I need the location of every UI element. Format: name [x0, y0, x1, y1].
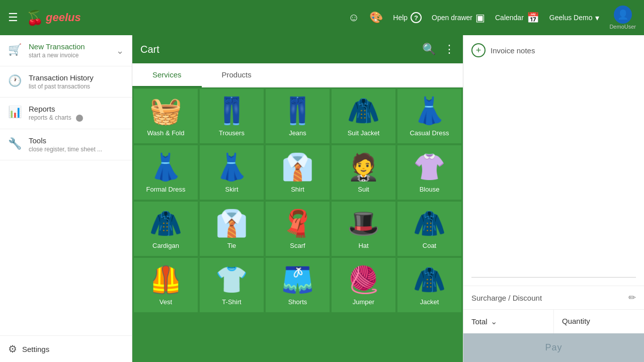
product-name-jacket: Jacket — [420, 298, 439, 306]
sidebar-item-reports-subtitle: reports & charts — [29, 114, 124, 122]
calendar-button[interactable]: Calendar 📅 — [495, 12, 539, 24]
product-card-jeans[interactable]: 👖Jeans — [265, 88, 330, 144]
search-icon[interactable]: 🔍 — [422, 43, 436, 56]
product-card-skirt[interactable]: 👗Skirt — [199, 145, 264, 200]
sidebar-item-tools-subtitle: close register, time sheet ... — [29, 146, 124, 153]
chevron-right-icon: ⌄ — [116, 45, 124, 56]
product-card-vest[interactable]: 🦺Vest — [133, 257, 198, 313]
tab-services[interactable]: Services — [132, 63, 202, 87]
open-drawer-icon: ▣ — [475, 12, 485, 24]
product-icon-shirt: 👔 — [281, 151, 314, 183]
hamburger-menu[interactable]: ☰ — [8, 11, 18, 24]
edit-surcharge-icon[interactable]: ✏ — [628, 292, 636, 303]
invoice-notes-label: Invoice notes — [491, 46, 535, 55]
cart-header: Cart 🔍 ⋮ — [132, 35, 463, 63]
product-card-jumper[interactable]: 🧶Jumper — [331, 257, 396, 313]
right-panel: + Invoice notes Surcharge / Discount ✏ T… — [463, 35, 644, 362]
user-menu-button[interactable]: Geelus Demo ▾ — [549, 13, 600, 23]
product-card-casual-dress[interactable]: 👗Casual Dress — [397, 88, 462, 144]
product-card-trousers[interactable]: 👖Trousers — [199, 88, 264, 144]
cursor-indicator — [76, 115, 83, 122]
product-name-scarf: Scarf — [290, 242, 305, 249]
logo: 🍒 geelus — [26, 10, 81, 26]
sidebar-item-transaction-history-text: Transaction History list of past transac… — [29, 73, 124, 90]
more-options-icon[interactable]: ⋮ — [444, 43, 455, 56]
product-card-scarf[interactable]: 🧣Scarf — [265, 201, 330, 256]
sidebar-item-new-transaction-text: New Transaction start a new invoice — [29, 42, 116, 59]
product-card-coat[interactable]: 🧥Coat — [397, 201, 462, 256]
product-card-hat[interactable]: 🎩Hat — [331, 201, 396, 256]
product-card-cardigan[interactable]: 🧥Cardigan — [133, 201, 198, 256]
quantity-cell: Quantity — [554, 310, 644, 333]
product-icon-skirt: 👗 — [215, 151, 248, 183]
product-icon-wash-fold: 🧺 — [149, 95, 182, 126]
products-section: 🧺Wash & Fold👖Trousers👖Jeans🧥Suit Jacket👗… — [132, 87, 463, 362]
sidebar-item-new-transaction[interactable]: 🛒 New Transaction start a new invoice ⌄ — [0, 35, 132, 66]
total-quantity-row: Total ⌄ Quantity — [463, 309, 644, 333]
product-name-wash-fold: Wash & Fold — [147, 129, 185, 137]
sidebar-item-transaction-history-title: Transaction History — [29, 73, 124, 82]
product-card-suit[interactable]: 🤵Suit — [331, 145, 396, 200]
reports-icon: 📊 — [8, 106, 22, 119]
logo-cherry-icon: 🍒 — [26, 10, 44, 26]
product-card-blouse[interactable]: 👚Blouse — [397, 145, 462, 200]
product-icon-coat: 🧥 — [413, 208, 446, 239]
user-label: Geelus Demo — [549, 14, 593, 22]
add-invoice-note-button[interactable]: + — [471, 43, 486, 57]
product-name-jumper: Jumper — [353, 298, 374, 306]
product-icon-suit-jacket: 🧥 — [347, 95, 380, 126]
product-icon-shorts: 🩳 — [281, 264, 314, 295]
product-icon-vest: 🦺 — [149, 264, 182, 295]
total-label: Total — [471, 317, 488, 326]
total-cell[interactable]: Total ⌄ — [463, 310, 554, 333]
product-card-tie[interactable]: 👔Tie — [199, 201, 264, 256]
help-label: Help — [393, 14, 408, 22]
product-name-tie: Tie — [227, 242, 236, 249]
product-icon-jumper: 🧶 — [347, 264, 380, 295]
product-card-formal-dress[interactable]: 👗Formal Dress — [133, 145, 198, 200]
sidebar-item-new-transaction-title: New Transaction — [29, 42, 116, 51]
sidebar-item-settings[interactable]: ⚙ Settings — [0, 335, 132, 362]
product-card-t-shirt[interactable]: 👕T-Shirt — [199, 257, 264, 313]
open-drawer-button[interactable]: Open drawer ▣ — [432, 12, 485, 24]
sidebar-item-reports[interactable]: 📊 Reports reports & charts — [0, 98, 132, 129]
tab-bar: Services Products — [132, 63, 463, 87]
product-icon-tie: 👔 — [215, 208, 248, 239]
content-area: Cart 🔍 ⋮ Services Products 🧺Wash & Fold👖… — [132, 35, 463, 362]
sidebar-item-reports-text: Reports reports & charts — [29, 105, 124, 122]
invoice-notes-input[interactable] — [471, 61, 636, 278]
product-card-suit-jacket[interactable]: 🧥Suit Jacket — [331, 88, 396, 144]
invoice-notes-header: + Invoice notes — [471, 43, 636, 57]
product-icon-formal-dress: 👗 — [149, 151, 182, 183]
topbar: ☰ 🍒 geelus ☺ 🎨 Help ? Open drawer ▣ Cale… — [0, 0, 644, 35]
product-card-wash-fold[interactable]: 🧺Wash & Fold — [133, 88, 198, 144]
product-icon-suit: 🤵 — [347, 151, 380, 183]
pay-button[interactable]: Pay — [463, 333, 644, 362]
calendar-label: Calendar — [495, 14, 524, 22]
product-name-suit: Suit — [358, 186, 369, 193]
open-drawer-label: Open drawer — [432, 14, 472, 22]
main-layout: 🛒 New Transaction start a new invoice ⌄ … — [0, 35, 644, 362]
product-icon-scarf: 🧣 — [281, 208, 314, 239]
total-chevron-icon: ⌄ — [491, 317, 497, 326]
cart-icon: 🛒 — [8, 43, 22, 56]
tab-products[interactable]: Products — [202, 63, 272, 87]
product-name-suit-jacket: Suit Jacket — [348, 129, 380, 137]
sidebar-settings-label: Settings — [22, 345, 49, 353]
cart-title: Cart — [140, 44, 422, 55]
sidebar-item-tools-text: Tools close register, time sheet ... — [29, 136, 124, 153]
sidebar-item-tools[interactable]: 🔧 Tools close register, time sheet ... — [0, 129, 132, 160]
product-name-coat: Coat — [423, 242, 436, 249]
help-button[interactable]: Help ? — [393, 12, 422, 23]
product-card-jacket[interactable]: 🧥Jacket — [397, 257, 462, 313]
product-icon-trousers: 👖 — [215, 95, 248, 126]
sidebar-item-transaction-history[interactable]: 🕐 Transaction History list of past trans… — [0, 66, 132, 98]
palette-icon[interactable]: 🎨 — [369, 11, 383, 24]
product-card-shirt[interactable]: 👔Shirt — [265, 145, 330, 200]
product-icon-casual-dress: 👗 — [413, 95, 446, 126]
smiley-icon[interactable]: ☺ — [348, 11, 359, 24]
product-name-shirt: Shirt — [291, 186, 304, 193]
product-card-shorts[interactable]: 🩳Shorts — [265, 257, 330, 313]
product-name-vest: Vest — [159, 298, 172, 306]
quantity-label: Quantity — [562, 317, 590, 325]
